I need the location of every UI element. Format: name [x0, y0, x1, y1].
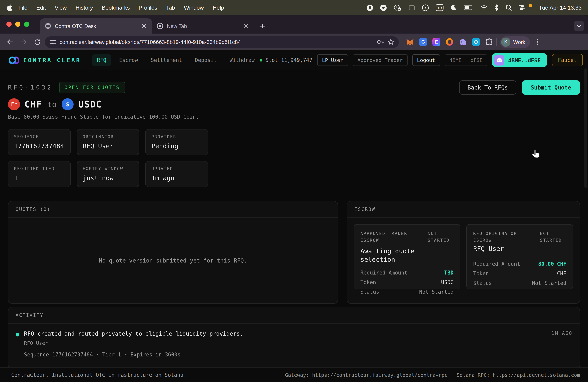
tab-search-button[interactable] [574, 21, 584, 31]
zoom-window-button[interactable] [24, 21, 29, 27]
close-window-button[interactable] [6, 21, 12, 27]
password-key-icon[interactable] [377, 39, 384, 44]
nav-item-settlement[interactable]: Settlement [146, 54, 187, 66]
info-value: 1776162737484 [14, 142, 64, 150]
page-scrollbar[interactable] [584, 68, 587, 188]
site-settings-icon[interactable] [50, 39, 56, 45]
metamask-extension-icon[interactable] [406, 38, 414, 46]
address-bar[interactable]: contraclear.fairway.global/otc/rfqs/7710… [45, 36, 399, 48]
nav-item-escrow[interactable]: Escrow [114, 54, 143, 66]
extensions-puzzle-icon[interactable] [485, 38, 493, 46]
menu-item-help[interactable]: Help [208, 4, 229, 11]
tab-close-icon[interactable] [243, 23, 249, 29]
wifi-icon[interactable] [480, 5, 488, 10]
info-value: Pending [151, 142, 202, 150]
translate-extension-icon[interactable]: G [419, 38, 427, 46]
focus-moon-icon[interactable] [450, 4, 457, 11]
menu-item-view[interactable]: View [50, 4, 71, 11]
browser-menu-icon[interactable] [532, 36, 544, 48]
profile-label: Work [513, 39, 525, 45]
logout-button[interactable]: Logout [412, 54, 440, 66]
tab-close-icon[interactable] [141, 23, 147, 29]
extensions-area: G E [406, 38, 493, 46]
tab-contra-otc-desk[interactable]: Contra OTC Desk [40, 18, 152, 34]
rfq-originator-escrow-card: RFQ ORIGINATOR ESCROW NOT STARTED RFQ Us… [466, 224, 573, 289]
e-extension-icon[interactable]: E [432, 38, 441, 46]
menu-item-history[interactable]: History [71, 4, 97, 11]
bluetooth-icon[interactable] [494, 4, 499, 11]
spotlight-icon[interactable] [505, 4, 512, 11]
info-value: 1m ago [151, 174, 202, 182]
faucet-button[interactable]: Faucet [552, 54, 583, 66]
escrow-row-value: USDC [441, 279, 454, 285]
screen-record-icon[interactable] [366, 4, 373, 11]
activity-item: RFQ created and routed privately to elig… [8, 324, 580, 364]
quotes-empty-message: No quote version submitted yet for this … [8, 218, 337, 303]
escrow-row: Token USDC [360, 279, 454, 285]
approved-trader-badge: Approved Trader [353, 54, 407, 66]
info-label: UPDATED [151, 166, 202, 171]
brand[interactable]: CONTRA CLEAR [8, 55, 81, 65]
apple-icon[interactable] [6, 4, 12, 11]
escrow-row-value: 80.00 CHF [538, 261, 567, 267]
menu-item-profiles[interactable]: Profiles [134, 4, 162, 11]
app-navbar: CONTRA CLEAR RFQ Escrow Settlement Depos… [0, 50, 588, 70]
sidecar-icon[interactable] [408, 5, 415, 11]
blue-extension-icon[interactable] [472, 38, 480, 46]
escrow-row-value: Not Started [419, 289, 454, 295]
activity-text: RFQ created and routed privately to elig… [24, 330, 551, 337]
play-icon[interactable] [422, 4, 429, 11]
escrow-row: Status Not Started [360, 289, 454, 295]
menubar-clock[interactable]: Tue Apr 14 13:33 [539, 4, 582, 11]
escrow-row: Token CHF [473, 270, 567, 277]
bookmark-star-icon[interactable] [388, 39, 394, 45]
back-to-rfqs-button[interactable]: Back To RFQs [459, 80, 516, 95]
url-text[interactable]: contraclear.fairway.global/otc/rfqs/7710… [60, 39, 373, 45]
wallet-button[interactable]: 4BME..dFSE [492, 53, 547, 67]
rfq-subtitle: Base 80.00 Swiss Franc Stable for indica… [8, 114, 580, 120]
menu-item-tab[interactable]: Tab [162, 4, 179, 11]
info-card-required-tier: REQUIRED TIER 1 [8, 161, 71, 187]
back-icon[interactable] [4, 36, 16, 48]
input-source-icon[interactable]: TR [436, 4, 444, 11]
screen-time-icon[interactable] [394, 4, 401, 11]
globe-favicon [45, 23, 51, 29]
escrow-card-title: Awaiting quote selection [360, 247, 432, 264]
phantom-extension-icon[interactable] [459, 38, 467, 46]
tab-title: Contra OTC Desk [55, 23, 137, 29]
profile-chip[interactable]: K Work [500, 36, 530, 48]
swirl-extension-icon[interactable] [446, 38, 454, 46]
info-card-originator: ORIGINATOR RFQ User [77, 129, 139, 155]
nav-item-rfq[interactable]: RFQ [92, 54, 111, 66]
macos-menubar: Chrome File Edit View History Bookmarks … [0, 0, 588, 15]
page-footer: ContraClear. Institutional OTC infrastru… [0, 367, 588, 382]
nav-item-deposit[interactable]: Deposit [190, 54, 222, 66]
minimize-window-button[interactable] [15, 21, 21, 27]
info-card-provider: PROVIDER Pending [146, 129, 208, 155]
browser-window: Contra OTC Desk New Tab [0, 15, 588, 382]
activity-panel: ACTIVITY RFQ created and routed privatel… [8, 307, 580, 369]
battery-icon[interactable] [463, 5, 474, 10]
info-label: SEQUENCE [14, 134, 64, 139]
wallet-address-badge[interactable]: 4BME...dFSE [445, 54, 487, 66]
escrow-status-tag: NOT STARTED [540, 230, 567, 244]
page-content: CONTRA CLEAR RFQ Escrow Settlement Depos… [0, 50, 588, 382]
nav-item-withdraw[interactable]: Withdraw [225, 54, 259, 66]
window-controls [6, 21, 29, 27]
submit-quote-button[interactable]: Submit Quote [522, 80, 580, 95]
escrow-card-label: APPROVED TRADER ESCROW [360, 230, 428, 244]
new-tab-button[interactable] [258, 21, 268, 31]
info-value: RFQ User [83, 142, 133, 150]
avatar: K [501, 37, 510, 47]
forward-icon[interactable] [18, 36, 30, 48]
menu-item-window[interactable]: Window [179, 4, 208, 11]
menu-item-bookmarks[interactable]: Bookmarks [97, 4, 134, 11]
tab-new-tab[interactable]: New Tab [152, 18, 254, 34]
menu-item-edit[interactable]: Edit [32, 4, 50, 11]
info-label: EXPIRY WINDOW [83, 166, 133, 171]
reload-icon[interactable] [31, 36, 43, 48]
control-center-icon[interactable] [519, 5, 526, 10]
escrow-card-label: RFQ ORIGINATOR ESCROW [473, 230, 525, 244]
menu-item-file[interactable]: File [14, 4, 32, 11]
telegram-icon[interactable] [380, 4, 387, 11]
